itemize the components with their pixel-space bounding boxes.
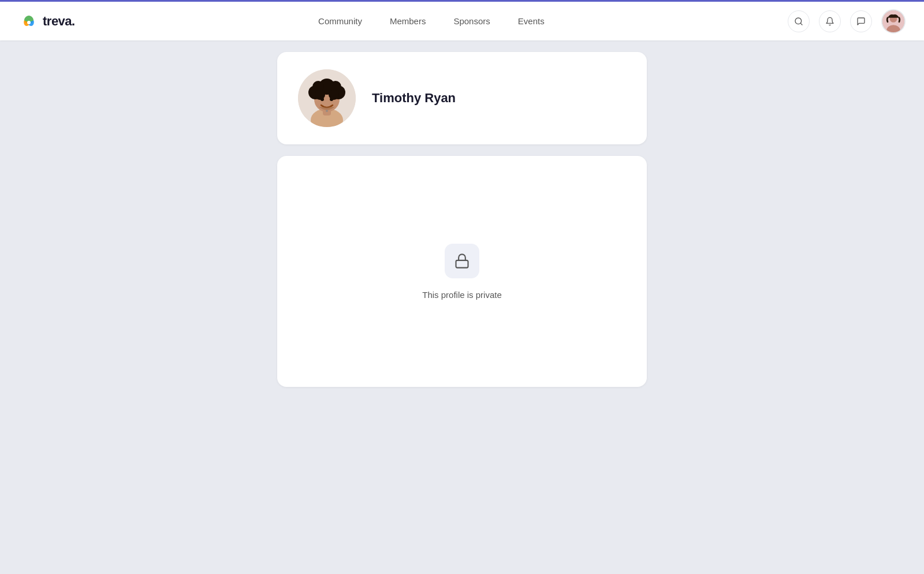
svg-point-20 [326, 110, 328, 112]
message-icon [856, 17, 866, 26]
search-button[interactable] [788, 10, 810, 32]
nav-members[interactable]: Members [390, 16, 426, 26]
logo-text: treva. [43, 14, 75, 29]
profile-card: Timothy Ryan [277, 52, 647, 144]
nav-events[interactable]: Events [518, 16, 545, 26]
main-nav: Community Members Sponsors Events [318, 16, 545, 26]
private-profile-card: This profile is private [277, 156, 647, 387]
bell-icon [825, 17, 834, 26]
profile-name: Timothy Ryan [372, 91, 456, 106]
svg-rect-21 [456, 260, 468, 267]
lock-icon-container [445, 244, 479, 278]
svg-point-18 [321, 98, 324, 101]
svg-point-1 [27, 21, 31, 24]
main-content: Timothy Ryan This profile is private [0, 0, 924, 422]
svg-line-3 [800, 23, 802, 25]
nav-community[interactable]: Community [318, 16, 362, 26]
header: treva. Community Members Sponsors Events [0, 0, 924, 40]
messages-button[interactable] [850, 10, 872, 32]
header-actions [788, 9, 906, 33]
profile-avatar-image [298, 69, 356, 127]
logo[interactable]: treva. [18, 11, 75, 32]
private-profile-message: This profile is private [422, 290, 502, 300]
nav-sponsors[interactable]: Sponsors [453, 16, 490, 26]
lock-icon [454, 253, 470, 269]
logo-icon [18, 11, 39, 32]
search-icon [794, 17, 803, 26]
svg-point-19 [330, 98, 333, 101]
user-avatar-button[interactable] [881, 9, 906, 33]
notifications-button[interactable] [819, 10, 841, 32]
user-avatar-icon [882, 9, 904, 33]
profile-avatar [298, 69, 356, 127]
